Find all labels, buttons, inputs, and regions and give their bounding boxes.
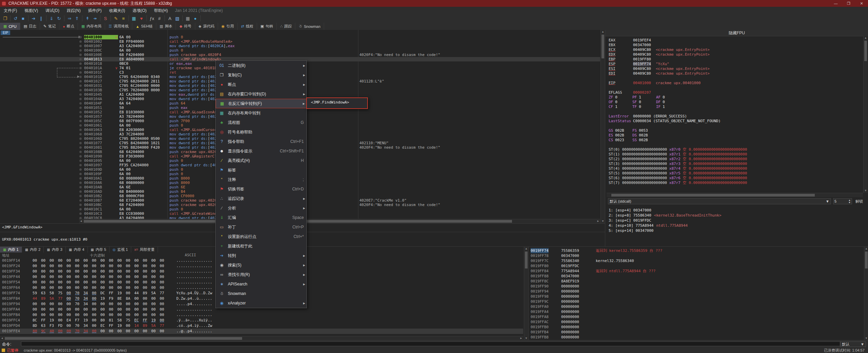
menu-item-补丁[interactable]: ▭补丁Ctrl+P xyxy=(216,222,307,232)
menu-item-xAnalyzer[interactable]: ◉xAnalyzer▸ xyxy=(216,298,307,308)
breakpoint-dot-icon[interactable] xyxy=(79,129,82,131)
hide-fpu-button[interactable]: 隐藏FPU xyxy=(605,30,868,36)
patch-icon[interactable]: ✎ xyxy=(112,16,120,21)
stack-row[interactable]: 0019FFA400000000 xyxy=(529,309,863,314)
globe-icon[interactable]: ● xyxy=(192,16,199,21)
menu-item-帮助(H)[interactable]: 帮助(H) xyxy=(150,7,172,14)
tab-调用堆栈[interactable]: ☰调用堆栈 xyxy=(105,23,132,30)
stack-row[interactable]: 0019FFB000000000 xyxy=(529,324,863,330)
tab-符号[interactable]: ◆符号 xyxy=(176,23,195,30)
menu-item-搜索(S)[interactable]: ◉搜索(S)▸ xyxy=(216,260,307,270)
menu-item-显示指令提示[interactable]: ☻显示指令提示Ctrl+Shift+F1 xyxy=(216,146,307,156)
stack-row[interactable]: 0019FFAC00000000 xyxy=(529,319,863,324)
run-to-user-code-icon[interactable]: ⇒ xyxy=(66,16,73,21)
stack-row[interactable]: 0019FF8C8A8EF919 xyxy=(529,279,863,284)
tab-日志[interactable]: ▤日志 xyxy=(20,23,40,30)
dump-row[interactable]: 0019FFC48CFF1900E4F7190080815875ECFF1900… xyxy=(0,318,523,323)
dump-tab-内存 4[interactable]: ▦内存 4 xyxy=(66,247,88,253)
minimize-button[interactable]: — xyxy=(829,0,842,7)
font-icon[interactable]: A xyxy=(166,16,174,21)
spacer[interactable] xyxy=(609,109,863,114)
disasm-row[interactable]: 00401002E8 FF040000call <JMP.&GetModuleH… xyxy=(0,39,600,44)
tab-SEH链[interactable]: ▲SEH链 xyxy=(132,23,156,30)
open-file-icon[interactable]: ❐ xyxy=(1,16,9,21)
tab-Snowman[interactable]: ☃Snowman xyxy=(295,23,324,30)
register-line[interactable]: ST(2) 00000000000000000000 x87r2 空 0.000… xyxy=(609,157,863,162)
menu-item-在内存布局中转到[interactable]: ▦在内存布局中转到 xyxy=(216,108,307,118)
menu-item-收藏夹(I)[interactable]: 收藏夹(I) xyxy=(105,7,129,14)
spacer[interactable] xyxy=(609,143,863,147)
stack-row[interactable]: 0019FF84775A8944返回到 ntdll.775A8944 自 ??? xyxy=(529,268,863,274)
breakpoint-dot-icon[interactable] xyxy=(79,58,82,60)
breakpoint-dot-icon[interactable] xyxy=(79,164,82,166)
register-line[interactable]: ST(4) 00000000000000000000 x87r4 空 0.000… xyxy=(609,166,863,171)
stack-row[interactable]: 0019FFB800000000 xyxy=(529,335,863,340)
restart-icon[interactable]: ↺ xyxy=(12,16,19,21)
register-line[interactable]: ESP0019FF74"YcXu" xyxy=(609,62,863,67)
pause-icon[interactable]: ∥ xyxy=(37,16,45,21)
stack-pane[interactable]: 0019FF7475586359返回到 kernel32.75586359 自 … xyxy=(528,246,868,340)
menu-item-Snowman[interactable]: ☃Snowman xyxy=(216,289,307,298)
menu-item-转到[interactable]: ➔转到▸ xyxy=(216,251,307,260)
stack-row[interactable]: 0019FFA800000000 xyxy=(529,314,863,319)
breakpoint-dot-icon[interactable] xyxy=(79,115,82,118)
dump-row[interactable]: 0019FFD48D63F3FD00703400ECFF190014895A77… xyxy=(0,323,523,329)
breakpoint-dot-icon[interactable] xyxy=(79,195,82,197)
register-line[interactable]: EDI00409C80<crackme upx.EntryPoint> xyxy=(609,71,863,76)
breakpoint-dot-icon[interactable] xyxy=(79,137,82,140)
breakpoint-dot-icon[interactable] xyxy=(79,111,82,113)
tab-断点[interactable]: ●断点 xyxy=(59,23,78,30)
menu-item-汇编[interactable]: ⇓汇编Space xyxy=(216,213,307,222)
register-line[interactable]: LastStatusC0000034 (STATUS_OBJECT_NAME_N… xyxy=(609,119,863,124)
register-line[interactable]: GS002BFS0053 xyxy=(609,128,863,133)
tab-笔记[interactable]: ✎笔记 xyxy=(40,23,59,30)
register-line[interactable]: EFLAGS00000207 xyxy=(609,90,863,95)
stack-row[interactable]: 0019FF7800347000 xyxy=(529,253,863,258)
breakpoint-dot-icon[interactable] xyxy=(79,85,82,87)
menu-item-选项(O)[interactable]: 选项(O) xyxy=(129,7,150,14)
memory-map-icon[interactable]: ▦ xyxy=(130,16,138,21)
menu-item-复制(C)[interactable]: ❐复制(C)▸ xyxy=(216,70,307,80)
preferences-icon[interactable]: ▧ xyxy=(174,16,181,21)
register-line[interactable]: EBX00347000 xyxy=(609,43,863,48)
breakpoint-dot-icon[interactable] xyxy=(79,80,82,82)
menu-item-设置新的运行点[interactable]: *设置新的运行点Ctrl+* xyxy=(216,232,307,241)
breakpoint-dot-icon[interactable] xyxy=(79,204,82,206)
step-out-icon[interactable]: ⇑ xyxy=(73,16,81,21)
register-line[interactable]: EBP0019FF80 xyxy=(609,57,863,62)
menu-item-高亮模式(H)[interactable]: ∕高亮模式(H)H xyxy=(216,156,307,165)
register-line[interactable]: ST(5) 00000000000000000000 x87r5 空 0.000… xyxy=(609,171,863,176)
dump-tab-内存 3[interactable]: ▦内存 3 xyxy=(44,247,66,253)
breakpoint-dot-icon[interactable] xyxy=(79,142,82,144)
breakpoint-dot-icon[interactable] xyxy=(79,212,82,215)
breakpoint-dot-icon[interactable] xyxy=(79,93,82,96)
stop-icon[interactable]: ■ xyxy=(19,16,27,21)
disasm-row[interactable]: 00401007A3 CA204000mov dword ptr ds:[402… xyxy=(0,44,600,48)
breakpoint-dot-icon[interactable] xyxy=(79,182,82,184)
menu-item-二进制(B)[interactable]: 01二进制(B)▸ xyxy=(216,61,307,70)
breakpoint-dot-icon[interactable] xyxy=(79,177,82,180)
maximize-button[interactable]: ❐ xyxy=(842,0,855,7)
dump-row[interactable]: 0019FFE4809C4000007034000000000000000000… xyxy=(0,329,523,334)
register-line[interactable]: EDX00409C80<crackme upx.EntryPoint> xyxy=(609,52,863,57)
register-line[interactable]: LastError00000000 (ERROR_SUCCESS) xyxy=(609,114,863,119)
tab-内存布局[interactable]: ▦内存布局 xyxy=(78,23,105,30)
disasm-row[interactable]: 0040100E68 F4204000push crackme upx.4020… xyxy=(0,53,600,57)
dump-tab-局部变量[interactable]: x=局部变量 xyxy=(131,247,158,253)
stack-vscrollbar[interactable]: ▲▼ xyxy=(864,247,868,340)
breakpoint-dot-icon[interactable] xyxy=(79,102,82,105)
breakpoint-dot-icon[interactable] xyxy=(79,160,82,162)
stack-row[interactable]: 0019FF8800347000 xyxy=(529,274,863,279)
breakpoint-dot-icon[interactable] xyxy=(79,40,82,43)
tab-线程[interactable]: ⇄线程 xyxy=(238,23,257,30)
breakpoint-dot-icon[interactable] xyxy=(79,190,82,193)
breakpoint-dot-icon[interactable] xyxy=(79,71,82,74)
breakpoint-dot-icon[interactable] xyxy=(79,98,82,100)
menu-item-分析[interactable]: ∕分析▸ xyxy=(216,203,307,213)
spacer[interactable] xyxy=(609,86,863,90)
breakpoint-dot-icon[interactable] xyxy=(79,107,82,109)
stack-row[interactable]: 0019FF7475586359返回到 kernel32.75586359 自 … xyxy=(529,248,863,253)
menu-item-查找引用(R)[interactable]: ∞查找引用(R)▸ xyxy=(216,270,307,279)
hash-icon[interactable]: # xyxy=(156,16,163,21)
menu-item-标签[interactable]: ⚑标签 xyxy=(216,165,307,175)
